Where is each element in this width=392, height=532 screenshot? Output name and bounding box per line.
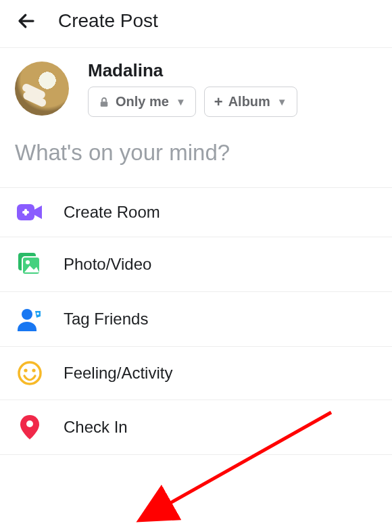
back-arrow-icon — [16, 11, 36, 31]
option-label: Feeling/Activity — [64, 364, 172, 383]
svg-point-8 — [26, 260, 30, 264]
plus-icon: + — [214, 95, 223, 110]
tag-friends-icon — [15, 306, 45, 333]
video-plus-icon — [15, 201, 45, 223]
svg-point-12 — [24, 368, 27, 372]
svg-rect-5 — [24, 209, 27, 216]
location-pin-icon — [15, 414, 45, 441]
page-title: Create Post — [58, 10, 158, 32]
option-tag-friends[interactable]: Tag Friends — [0, 291, 392, 346]
user-row: Madalina Only me ▼ + Album ▼ — [0, 48, 392, 126]
svg-point-9 — [22, 309, 32, 320]
back-button[interactable] — [14, 8, 39, 34]
lock-icon — [98, 96, 110, 108]
option-create-room[interactable]: Create Room — [0, 187, 392, 237]
option-check-in[interactable]: Check In — [0, 400, 392, 455]
album-label: Album — [228, 94, 270, 110]
avatar[interactable] — [15, 62, 69, 116]
svg-point-14 — [26, 420, 33, 427]
album-selector[interactable]: + Album ▼ — [204, 87, 297, 117]
photo-video-icon — [15, 251, 45, 278]
option-label: Check In — [64, 418, 128, 437]
privacy-label: Only me — [116, 94, 169, 110]
svg-marker-3 — [34, 205, 42, 219]
svg-rect-1 — [101, 101, 108, 107]
chevron-down-icon: ▼ — [176, 96, 186, 107]
chevron-down-icon: ▼ — [277, 96, 287, 107]
privacy-selector[interactable]: Only me ▼ — [88, 87, 196, 117]
composer-placeholder: What's on your mind? — [15, 140, 377, 166]
option-label: Tag Friends — [64, 310, 148, 329]
option-photo-video[interactable]: Photo/Video — [0, 237, 392, 291]
option-label: Photo/Video — [64, 255, 151, 274]
option-label: Create Room — [64, 203, 160, 222]
svg-point-10 — [36, 312, 39, 315]
composer[interactable]: What's on your mind? — [0, 126, 392, 187]
smiley-icon — [15, 360, 45, 386]
user-name: Madalina — [88, 60, 297, 81]
option-feeling-activity[interactable]: Feeling/Activity — [0, 346, 392, 400]
header: Create Post — [0, 0, 392, 47]
svg-point-13 — [32, 368, 35, 372]
